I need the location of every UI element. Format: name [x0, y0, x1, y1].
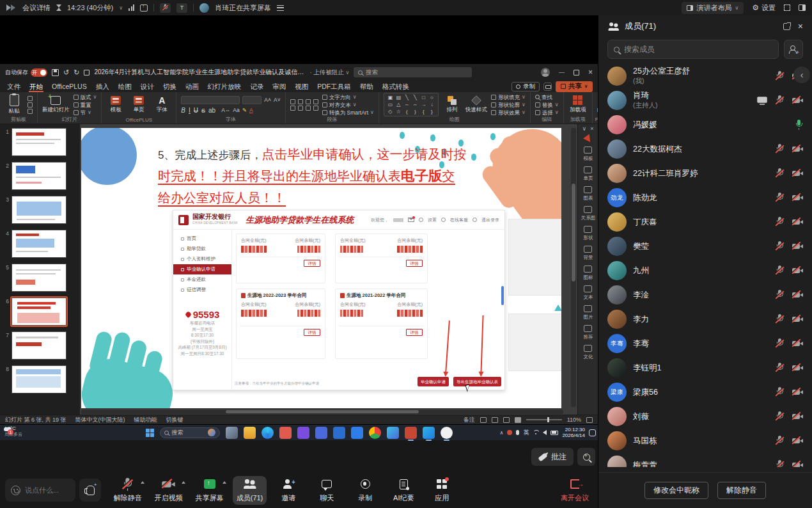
- ppt-search-box[interactable]: 搜索: [354, 67, 472, 77]
- ribbon-tab[interactable]: OfficePLUS: [47, 81, 91, 92]
- battery-icon[interactable]: [550, 431, 558, 435]
- arrange-button[interactable]: 排列: [442, 96, 462, 114]
- site-menu-item[interactable]: 首页: [173, 234, 231, 244]
- strip-item[interactable]: 图表: [581, 186, 596, 202]
- camera-off-icon[interactable]: [792, 145, 803, 154]
- shape-glyph[interactable]: ▭: [388, 102, 393, 108]
- slide-thumbnail[interactable]: 7: [1, 331, 77, 360]
- mic-muted-icon[interactable]: [776, 436, 784, 446]
- zoom-in-button[interactable]: [577, 448, 595, 466]
- task-view[interactable]: [226, 427, 238, 439]
- addins-button[interactable]: 加载项: [568, 95, 588, 114]
- fullscreen-icon[interactable]: [784, 4, 790, 11]
- slide-thumbnail[interactable]: 1: [1, 128, 77, 156]
- font-style-button[interactable]: U: [194, 107, 198, 114]
- account-avatar[interactable]: [541, 68, 550, 77]
- raise-hand-button[interactable]: [79, 479, 101, 502]
- mic-muted-icon[interactable]: [776, 193, 784, 203]
- strip-item[interactable]: 文本: [581, 285, 596, 301]
- close-strip-icon[interactable]: ×: [590, 125, 593, 132]
- reading-view-icon[interactable]: [503, 417, 510, 423]
- paste-button[interactable]: 粘贴: [4, 94, 24, 115]
- slide-thumbnail[interactable]: 8: [1, 365, 77, 393]
- mic-muted-icon[interactable]: [776, 217, 784, 227]
- chat-button[interactable]: 聊天: [310, 476, 343, 505]
- weather-widget[interactable]: 1 17°C 局部多云: [2, 425, 22, 437]
- member-row[interactable]: 肖琦 (主持人): [598, 88, 812, 113]
- store[interactable]: [351, 427, 363, 439]
- highlight-icon[interactable]: ✎: [242, 107, 247, 113]
- shape-glyph[interactable]: ╲: [414, 95, 417, 101]
- shape-outline-button[interactable]: 形状轮廓∨: [491, 102, 526, 108]
- strip-item[interactable]: 关系图: [581, 206, 596, 221]
- comments-icon[interactable]: [543, 83, 552, 91]
- settings-button[interactable]: ⚙ 设置: [752, 3, 776, 13]
- slide-thumbnail-image[interactable]: [12, 196, 66, 224]
- ai-notes-button[interactable]: AI纪要: [387, 476, 420, 505]
- shape-glyph[interactable]: □: [422, 95, 425, 101]
- justify-icon[interactable]: [313, 106, 318, 111]
- select-button[interactable]: 选择∨: [535, 109, 559, 116]
- change-nickname-button[interactable]: 修改会中昵称: [644, 482, 708, 499]
- align-center-icon[interactable]: [298, 106, 303, 111]
- char-spacing-icon[interactable]: A⇔: [221, 107, 230, 113]
- language-status[interactable]: 简体中文(中国大陆): [75, 416, 125, 424]
- apps-button[interactable]: 应用: [425, 476, 458, 505]
- shape-glyph[interactable]: ▣: [388, 95, 393, 101]
- strip-item[interactable]: 推荐: [581, 325, 596, 340]
- meeting-details-button[interactable]: 会议详情: [22, 3, 51, 13]
- slide-thumbnail[interactable]: 6: [1, 298, 77, 326]
- member-row[interactable]: 李钰明1: [598, 356, 812, 380]
- ribbon-tab[interactable]: PDF工具箱: [313, 81, 355, 92]
- mic-muted-icon[interactable]: [776, 168, 784, 179]
- chrome[interactable]: [369, 427, 381, 439]
- shape-glyph[interactable]: →: [421, 102, 426, 108]
- member-row[interactable]: 22大数据柯杰: [598, 137, 812, 161]
- font-color-icon[interactable]: A: [249, 107, 253, 113]
- ribbon-tab[interactable]: 切换: [159, 81, 181, 92]
- invite-button[interactable]: +邀请: [272, 476, 305, 505]
- site-menu-item[interactable]: 本金还款: [173, 274, 231, 285]
- mic-muted-icon[interactable]: [776, 144, 784, 154]
- start-video-button[interactable]: 开启视频: [151, 476, 187, 505]
- copy-icon[interactable]: [27, 102, 33, 107]
- shape-glyph[interactable]: ～: [404, 102, 409, 108]
- member-row[interactable]: 丁庆喜: [598, 210, 812, 234]
- mic-muted-icon[interactable]: [776, 460, 784, 467]
- camera-off-icon[interactable]: [792, 388, 803, 397]
- shape-fill-button[interactable]: 形状填充∨: [491, 94, 526, 100]
- slide-thumbnail-image[interactable]: [12, 264, 66, 292]
- camera-off-icon[interactable]: [792, 266, 803, 275]
- ribbon-tab[interactable]: 视图: [290, 81, 313, 92]
- normal-view-icon[interactable]: [480, 417, 487, 423]
- strip-item[interactable]: 图片: [581, 305, 596, 321]
- shape-glyph[interactable]: ☆: [396, 109, 401, 115]
- site-nav-item[interactable]: 退出登录: [481, 217, 499, 223]
- quick-chat-input[interactable]: [25, 486, 70, 494]
- export-confirm-table-button[interactable]: 导出生源地毕业确认表: [453, 377, 501, 386]
- ime-indicator[interactable]: 英: [523, 429, 529, 437]
- upload-status[interactable]: · 上传被阻止 ∨: [309, 68, 349, 77]
- font-plus-button[interactable]: A字体: [152, 96, 171, 114]
- shapes-gallery[interactable]: ▣▤╲╲□○▭△～～→↓◇☆(){}: [384, 93, 439, 116]
- slide-thumbnail-image[interactable]: [12, 128, 66, 156]
- site-menu-item[interactable]: 助学贷款: [173, 244, 231, 254]
- ribbon-tab[interactable]: 格式转换: [378, 81, 414, 92]
- strip-item[interactable]: 单页: [581, 166, 596, 182]
- mic-muted-icon[interactable]: [776, 95, 784, 106]
- font-style-button[interactable]: I: [189, 107, 191, 114]
- powerpoint[interactable]: [405, 427, 417, 439]
- slide-thumbnail[interactable]: 2: [1, 162, 77, 190]
- camera-off-icon[interactable]: [792, 290, 803, 299]
- record-button[interactable]: 录制: [348, 476, 382, 505]
- detail-button[interactable]: 详情: [304, 329, 320, 336]
- indent-decrease-icon[interactable]: [306, 99, 311, 104]
- meeting[interactable]: [423, 427, 435, 439]
- member-row[interactable]: 刘薇: [598, 404, 812, 429]
- ribbon-tab[interactable]: 插入: [91, 81, 114, 92]
- camera-off-icon[interactable]: [792, 169, 803, 178]
- v-app[interactable]: [297, 427, 309, 439]
- ribbon-tab[interactable]: 文件: [3, 81, 25, 92]
- notification-center-icon[interactable]: [589, 429, 596, 436]
- template-button[interactable]: 模板: [106, 96, 125, 114]
